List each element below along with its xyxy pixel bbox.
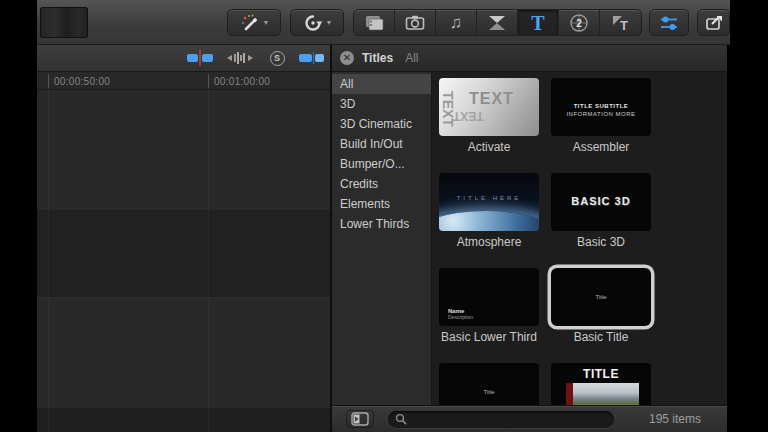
title-thumbnail-activate[interactable]: TEXTTEXTTEXT [439, 78, 539, 136]
search-icon [395, 413, 407, 425]
thumbnail-text: BASIC 3D [551, 196, 651, 207]
media-browser-segmented-control: ♫ T 2 [353, 9, 642, 36]
timeline-pane: S 00:00:50:00 00:01:00:00 [37, 45, 330, 432]
clip-thumbnail[interactable] [40, 7, 88, 38]
sidebar-item-credits[interactable]: Credits [332, 174, 431, 194]
sidebar-item-bumper-o[interactable]: Bumper/O... [332, 154, 431, 174]
video-browser-button[interactable] [354, 10, 395, 35]
close-icon: ✕ [343, 53, 351, 63]
timeline-tracks[interactable] [37, 90, 330, 432]
main-toolbar: ▼ ▼ [37, 0, 730, 45]
transitions-bowtie-icon [485, 11, 509, 35]
title-thumbnail-untitled[interactable]: TITLE [551, 363, 651, 405]
title-item-label: Atmosphere [457, 235, 522, 249]
title-thumbnail-assembler[interactable]: TITLE SUBTITLEINFORMATION MORE [551, 78, 651, 136]
inspector-toggle-button[interactable] [649, 9, 689, 36]
thumbnail-text: TITLE SUBTITLE [551, 103, 651, 109]
timeline-track-band [37, 90, 330, 210]
title-thumbnail-basic-lower-third[interactable]: NameDescription [439, 268, 539, 326]
snapping-clips-button[interactable] [297, 50, 327, 66]
sidebar-item-build-in-out[interactable]: Build In/Out [332, 134, 431, 154]
panel-header: ✕ Titles All [332, 45, 727, 72]
title-item: Title [433, 363, 545, 405]
timeline-track-band [37, 297, 330, 408]
retime-button[interactable]: ▼ [290, 9, 344, 36]
title-item-label: Basic Lower Third [441, 330, 537, 344]
themes-browser-button[interactable]: T [600, 10, 641, 35]
audio-skimming-button[interactable] [225, 50, 255, 66]
retime-clock-icon [302, 12, 324, 34]
sidebar-list: All3D3D CinematicBuild In/OutBumper/O...… [332, 72, 432, 405]
panel-bottom-bar: 195 items [332, 405, 727, 432]
red-stripe [566, 383, 573, 405]
timecode-label: 00:01:00:00 [214, 76, 270, 87]
sidebar-item-elements[interactable]: Elements [332, 194, 431, 214]
search-input[interactable] [407, 411, 614, 428]
thumbnail-text: INFORMATION MORE [551, 111, 651, 117]
titles-T-icon: T [531, 13, 544, 33]
music-browser-button[interactable]: ♫ [436, 10, 477, 35]
title-item: TITLE [545, 363, 657, 405]
search-field[interactable] [388, 411, 614, 428]
panel-title: Titles [362, 51, 393, 65]
wand-dropdown-arrow[interactable]: ▼ [263, 19, 270, 26]
title-thumbnail-basic-3d[interactable]: BASIC 3D [551, 173, 651, 231]
share-button[interactable] [697, 9, 730, 36]
timeline-track-band [37, 408, 330, 432]
retime-dropdown-arrow[interactable]: ▼ [326, 19, 333, 26]
app-window: ▼ ▼ [0, 0, 768, 432]
title-item-label: Basic Title [574, 330, 629, 344]
items-count: 195 items [649, 412, 701, 426]
transitions-browser-button[interactable] [477, 10, 518, 35]
thumbnail-text: TEXT [453, 110, 484, 122]
earth-graphic [439, 211, 539, 231]
solo-button[interactable]: S [265, 50, 289, 66]
solo-glyph: S [274, 53, 280, 63]
sidebar-item-lower-thirds[interactable]: Lower Thirds [332, 214, 431, 234]
title-item: TitleBasic Title [545, 268, 657, 363]
sidebar-item-all[interactable]: All [332, 74, 431, 94]
title-item: BASIC 3DBasic 3D [545, 173, 657, 268]
thumbnail-text: TEXT [469, 91, 514, 107]
title-item: TEXTTEXTTEXTActivate [433, 78, 545, 173]
titles-browser-button[interactable]: T [518, 10, 559, 35]
precision-trim-button[interactable] [185, 50, 215, 66]
sidebar-item-3d[interactable]: 3D [332, 94, 431, 114]
timecode-label: 00:00:50:00 [54, 76, 110, 87]
photos-browser-button[interactable] [395, 10, 436, 35]
generators-browser-button[interactable]: 2 [559, 10, 600, 35]
close-panel-button[interactable]: ✕ [340, 51, 354, 65]
timeline-gridline [48, 90, 49, 432]
thumbnail-text: TITLE [551, 368, 651, 380]
title-item-label: Activate [468, 140, 511, 154]
sidebar-panel-icon [351, 412, 369, 426]
title-thumbnail-untitled[interactable]: Title [439, 363, 539, 405]
title-item: NameDescriptionBasic Lower Third [433, 268, 545, 363]
enhancements-wand-button[interactable]: ▼ [227, 9, 281, 36]
timeline-ruler[interactable]: 00:00:50:00 00:01:00:00 [37, 72, 330, 90]
ruler-tick [208, 74, 209, 88]
thumbnail-text: Title [551, 294, 651, 300]
titles-grid: TEXTTEXTTEXTActivateTITLE SUBTITLEINFORM… [432, 72, 729, 405]
panel-breadcrumb[interactable]: All [405, 51, 418, 65]
generator-countdown-icon: 2 [567, 11, 591, 35]
title-thumbnail-basic-title[interactable]: Title [551, 268, 651, 326]
svg-text:2: 2 [576, 17, 582, 28]
ruler-tick [48, 74, 49, 88]
timeline-gridline [208, 90, 209, 432]
thumbnail-text: Description [448, 315, 473, 320]
music-note-icon: ♫ [450, 14, 463, 31]
landscape-photo [573, 383, 639, 405]
sidebar-toggle-button[interactable] [346, 410, 374, 428]
camera-icon [403, 11, 427, 35]
timeline-track-band [37, 210, 330, 297]
themes-icon: T [609, 11, 633, 35]
thumbnail-text: Title [439, 389, 539, 395]
title-thumbnail-atmosphere[interactable]: TITLE HERE [439, 173, 539, 231]
share-icon [703, 12, 725, 34]
sliders-icon [657, 13, 681, 33]
sidebar-item-3d-cinematic[interactable]: 3D Cinematic [332, 114, 431, 134]
title-item: TITLE HEREAtmosphere [433, 173, 545, 268]
timeline-toolbar: S [37, 45, 330, 72]
titles-browser-panel: ✕ Titles All All3D3D CinematicBuild In/O… [330, 45, 727, 432]
